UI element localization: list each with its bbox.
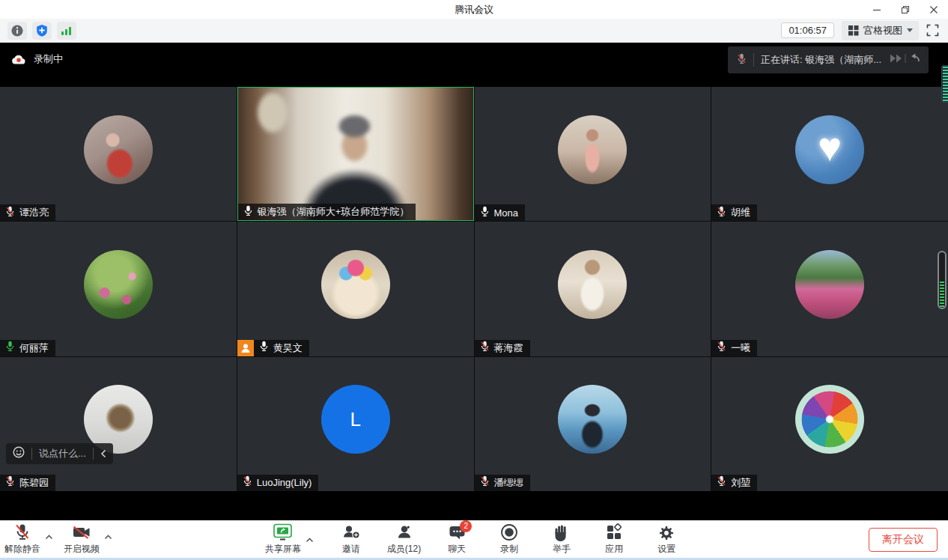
raise-hand-icon — [554, 523, 569, 541]
recording-indicator: 录制中 — [11, 52, 63, 66]
mic-muted-icon — [5, 206, 15, 220]
participant-name: 谭浩亮 — [19, 206, 49, 219]
recording-label: 录制中 — [34, 52, 63, 66]
meeting-stage: 录制中 正在讲话: 银海强（湖南师... 谭浩亮银海强（湖南师大+琼台师范学院）… — [0, 43, 948, 520]
avatar-letter: L — [350, 408, 360, 431]
invite-button[interactable]: 邀请 — [335, 523, 368, 556]
share-screen-label: 共享屏幕 — [265, 543, 301, 556]
participant-label: 一曦 — [711, 340, 757, 356]
participant-tile[interactable]: 一曦 — [711, 222, 948, 356]
caret-down-icon — [907, 28, 913, 32]
window-titlebar: 腾讯会议 — [0, 0, 948, 19]
participant-label: 胡维 — [711, 204, 757, 221]
share-screen-icon — [273, 523, 293, 541]
leave-meeting-button[interactable]: 离开会议 — [869, 528, 938, 552]
fullscreen-button[interactable] — [926, 24, 939, 37]
mic-muted-icon — [5, 475, 15, 490]
host-badge-icon — [237, 340, 254, 356]
settings-gear-icon — [658, 523, 675, 541]
participant-tile[interactable]: LLuoJing(Lily) — [237, 357, 474, 491]
participant-name: 黄昊文 — [273, 341, 303, 355]
participant-tile[interactable]: 胡维 — [711, 87, 948, 221]
participant-label: 银海强（湖南师大+琼台师范学院） — [238, 204, 416, 220]
mic-on-icon — [259, 341, 269, 355]
participant-name: 何丽萍 — [19, 341, 49, 355]
participant-tile[interactable]: 刘堃 — [711, 357, 948, 491]
members-button[interactable]: 成员(12) — [387, 523, 421, 556]
emoji-icon[interactable] — [13, 446, 25, 461]
participant-tile[interactable]: 谭浩亮 — [0, 87, 237, 221]
chat-button[interactable]: 2 聊天 — [440, 523, 473, 556]
participant-label: 潘缌缌 — [475, 475, 530, 491]
participant-label: 陈碧园 — [0, 475, 55, 491]
participant-name: 陈碧园 — [19, 476, 49, 490]
network-quality-button[interactable] — [57, 22, 76, 40]
avatar — [795, 250, 864, 319]
status-row: 录制中 正在讲话: 银海强（湖南师... — [0, 43, 948, 77]
raise-hand-button[interactable]: 举手 — [545, 523, 578, 556]
close-button[interactable] — [920, 0, 948, 19]
minimize-button[interactable] — [863, 0, 891, 19]
health-shield-icon — [35, 24, 49, 37]
record-icon — [500, 523, 518, 541]
participant-label: 蒋海霞 — [475, 340, 530, 356]
security-shield-button[interactable] — [32, 22, 52, 40]
record-button[interactable]: 录制 — [493, 523, 526, 556]
view-mode-dropdown[interactable]: 宫格视图 — [842, 21, 919, 40]
participant-name: 潘缌缌 — [494, 476, 523, 490]
meeting-toolbar-bottom: 解除静音 开启视频 共享屏幕 — [0, 520, 948, 560]
raise-hand-label: 举手 — [553, 543, 571, 556]
participant-tile[interactable]: 潘缌缌 — [475, 357, 711, 491]
speaker-nav-icons[interactable] — [888, 52, 923, 68]
avatar — [795, 385, 864, 454]
active-speaker-label: 正在讲话: 银海强（湖南师... — [761, 53, 881, 67]
participant-label: LuoJing(Lily) — [237, 475, 319, 491]
avatar — [558, 115, 627, 184]
mic-muted-icon — [717, 341, 726, 355]
collapse-chevron-icon[interactable] — [100, 449, 106, 458]
share-screen-button[interactable]: 共享屏幕 — [265, 523, 301, 556]
apps-grid-icon — [605, 523, 623, 541]
members-label: 成员(12) — [387, 543, 421, 556]
cloud-record-icon — [11, 54, 26, 65]
participant-name: 胡维 — [731, 206, 750, 219]
avatar — [558, 385, 627, 454]
mic-on-icon — [480, 206, 490, 220]
avatar — [795, 115, 864, 184]
network-signal-icon — [60, 25, 73, 37]
view-mode-label: 宫格视图 — [863, 24, 902, 37]
participant-tile[interactable]: 蒋海霞 — [475, 222, 711, 356]
fullscreen-icon — [926, 24, 939, 37]
info-icon — [10, 24, 24, 37]
invite-label: 邀请 — [342, 543, 360, 556]
meeting-toolbar-top: 01:06:57 宫格视图 — [0, 19, 948, 43]
avatar — [321, 250, 390, 319]
settings-button[interactable]: 设置 — [650, 523, 683, 556]
participant-tile[interactable]: 银海强（湖南师大+琼台师范学院） — [237, 87, 474, 221]
settings-label: 设置 — [657, 543, 675, 556]
avatar — [558, 250, 627, 319]
restore-button[interactable] — [891, 0, 920, 19]
share-options-chevron[interactable] — [304, 531, 315, 547]
participant-tile[interactable]: 何丽萍 — [0, 222, 237, 356]
meeting-info-button[interactable] — [7, 22, 27, 40]
chat-quick-bar[interactable]: 说点什么... — [6, 443, 113, 464]
mic-muted-icon — [737, 53, 747, 67]
active-speaker-banner[interactable]: 正在讲话: 银海强（湖南师... — [728, 46, 929, 73]
participant-video — [237, 87, 474, 221]
participant-label: Mona — [475, 204, 526, 221]
apps-button[interactable]: 应用 — [598, 523, 631, 556]
participant-tile[interactable]: 陈碧园 — [0, 357, 237, 491]
participant-tile[interactable]: Mona — [475, 87, 711, 221]
mic-muted-icon — [717, 475, 726, 490]
participant-name: 一曦 — [731, 341, 750, 355]
audio-level-meter-top — [941, 65, 948, 103]
participant-tile[interactable]: 黄昊文 — [237, 222, 474, 356]
mic-muted-icon — [480, 341, 490, 355]
mic-on-icon — [243, 205, 253, 219]
participant-name: 银海强（湖南师大+琼台师范学院） — [258, 205, 410, 219]
participant-name: LuoJing(Lily) — [257, 477, 312, 488]
chat-input-placeholder[interactable]: 说点什么... — [39, 447, 86, 460]
window-controls — [863, 0, 948, 19]
participant-name: Mona — [494, 207, 519, 219]
